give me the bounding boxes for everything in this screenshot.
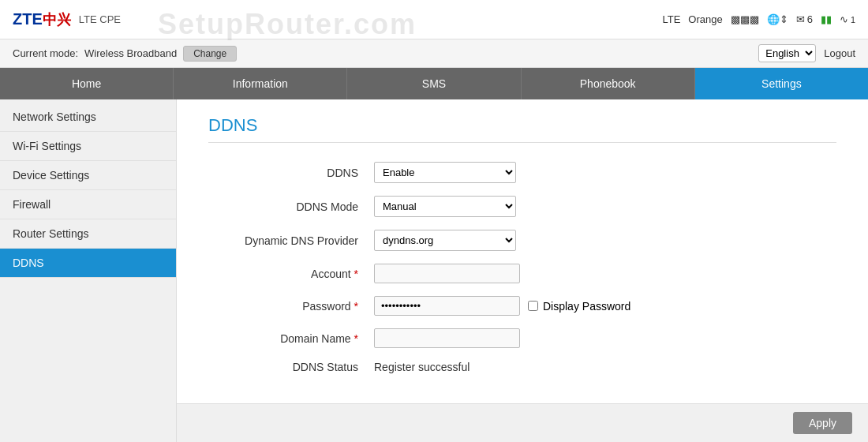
sidebar-item-device-settings[interactable]: Device Settings [0, 161, 176, 190]
logout-link[interactable]: Logout [824, 47, 855, 59]
provider-select-cell: dyndns.org no-ip.com 3322.org [366, 223, 836, 257]
battery-icon: ▮▮ [821, 13, 832, 25]
ddns-label: DDNS [208, 155, 366, 189]
page-title: DDNS [208, 115, 836, 143]
change-button[interactable]: Change [183, 46, 237, 62]
ddns-mode-select[interactable]: Manual Automatic [374, 196, 516, 217]
lte-status: LTE [662, 13, 680, 25]
ddns-mode-select-cell: Manual Automatic [366, 189, 836, 223]
signal-icon: ▩▩▩ [731, 13, 759, 25]
sidebar-item-network-settings[interactable]: Network Settings [0, 103, 176, 132]
operator-name: Orange [688, 13, 722, 25]
sidebar-item-wifi-settings[interactable]: Wi-Fi Settings [0, 132, 176, 161]
mail-icon: ✉ 6 [796, 13, 813, 25]
password-required: * [354, 300, 358, 313]
display-password-checkbox[interactable] [528, 301, 538, 311]
ddns-status-value: Register successful [374, 361, 470, 373]
nav-home[interactable]: Home [0, 68, 174, 99]
ddns-mode-label: DDNS Mode [208, 189, 366, 223]
zte-logo: ZTE中兴 [13, 10, 71, 29]
ddns-status-label: DDNS Status [208, 354, 366, 380]
password-row-inner: Display Password [374, 296, 829, 316]
status-icons: LTE Orange ▩▩▩ 🌐⇕ ✉ 6 ▮▮ ∿1 [662, 13, 855, 25]
sidebar: Network Settings Wi-Fi Settings Device S… [0, 99, 177, 442]
account-input-cell [366, 257, 836, 290]
account-label: Account * [208, 257, 366, 290]
nav-settings[interactable]: Settings [695, 68, 868, 99]
domain-name-input[interactable] [374, 328, 520, 348]
ddns-status-row: DDNS Status Register successful [208, 354, 836, 380]
provider-label: Dynamic DNS Provider [208, 223, 366, 257]
ddns-select-cell: Enable Disable [366, 155, 836, 189]
sidebar-item-ddns[interactable]: DDNS [0, 249, 176, 278]
zte-cn-logo: 中兴 [43, 12, 71, 28]
logo-area: ZTE中兴 LTE CPE [13, 10, 121, 29]
current-mode-value: Wireless Broadband [84, 47, 177, 59]
nav-sms[interactable]: SMS [347, 68, 521, 99]
mode-bar: Current mode: Wireless Broadband Change … [0, 39, 868, 68]
nav-information[interactable]: Information [174, 68, 347, 99]
display-password-area: Display Password [528, 300, 630, 313]
content-wrapper: DDNS DDNS Enable Disable DDNS Mode [177, 99, 868, 442]
ddns-status-value-cell: Register successful [366, 354, 836, 380]
nav-phonebook[interactable]: Phonebook [522, 68, 695, 99]
wifi-icon: ∿1 [840, 13, 855, 25]
display-password-label: Display Password [543, 300, 630, 313]
apply-button[interactable]: Apply [793, 412, 852, 434]
password-input-cell: Display Password [366, 290, 836, 322]
lte-cpe-label: LTE CPE [79, 13, 121, 25]
password-row: Password * Display Password [208, 290, 836, 322]
content-area: DDNS DDNS Enable Disable DDNS Mode [177, 99, 868, 442]
domain-name-row: Domain Name * [208, 322, 836, 354]
sidebar-item-firewall[interactable]: Firewall [0, 190, 176, 219]
ddns-select[interactable]: Enable Disable [374, 162, 516, 183]
current-mode-label: Current mode: [13, 47, 78, 59]
nav-bar: Home Information SMS Phonebook Settings [0, 68, 868, 99]
password-label: Password * [208, 290, 366, 322]
ddns-row: DDNS Enable Disable [208, 155, 836, 189]
domain-name-input-cell [366, 322, 836, 354]
top-bar: ZTE中兴 LTE CPE SetupRouter.com LTE Orange… [0, 0, 868, 39]
account-required: * [354, 268, 358, 280]
sidebar-item-router-settings[interactable]: Router Settings [0, 219, 176, 249]
language-select[interactable]: English [758, 44, 816, 62]
domain-name-required: * [354, 332, 358, 345]
watermark: SetupRouter.com [158, 8, 417, 41]
ddns-form: DDNS Enable Disable DDNS Mode Manual Aut… [208, 155, 836, 380]
domain-name-label: Domain Name * [208, 322, 366, 354]
ddns-mode-row: DDNS Mode Manual Automatic [208, 189, 836, 223]
main-layout: Network Settings Wi-Fi Settings Device S… [0, 99, 868, 442]
account-input[interactable] [374, 264, 520, 283]
globe-icon: 🌐⇕ [767, 13, 788, 25]
account-row: Account * [208, 257, 836, 290]
provider-select[interactable]: dyndns.org no-ip.com 3322.org [374, 230, 516, 251]
provider-row: Dynamic DNS Provider dyndns.org no-ip.co… [208, 223, 836, 257]
apply-area: Apply [177, 403, 868, 442]
password-input[interactable] [374, 296, 520, 316]
